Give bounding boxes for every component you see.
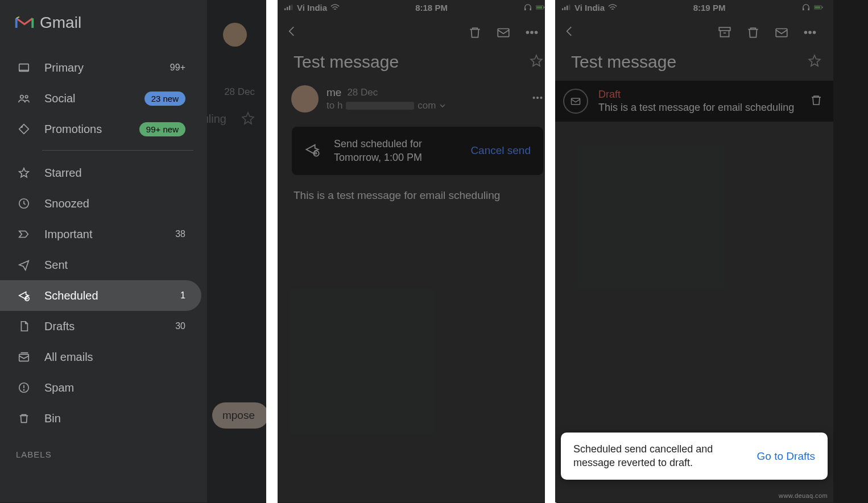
- spam-icon: [17, 381, 31, 394]
- sidebar-item-allmail[interactable]: All emails: [0, 342, 201, 372]
- star-button[interactable]: [807, 53, 822, 70]
- snackbar-text: Scheduled send cancelled and message rev…: [573, 443, 757, 469]
- sender-row: me 28 Dec to h com: [278, 80, 555, 113]
- sidebar-item-spam[interactable]: Spam: [0, 372, 201, 403]
- svg-rect-38: [776, 29, 787, 37]
- go-to-drafts-button[interactable]: Go to Drafts: [757, 450, 815, 463]
- message-more-button[interactable]: [531, 92, 544, 106]
- screenshot-sidebar: 28 Dec uling mpose Gmail: [0, 0, 266, 502]
- trash-icon: [17, 411, 31, 425]
- sidebar-categories: Primary 99+ Social 23 new Promotions 99+…: [0, 48, 207, 465]
- svg-rect-11: [284, 8, 286, 10]
- sidebar-item-drafts[interactable]: Drafts 30: [0, 311, 201, 342]
- sidebar-item-label: Promotions: [44, 123, 139, 136]
- app-name: Gmail: [40, 14, 81, 32]
- draft-preview: This is a test message for email schedul…: [598, 102, 799, 114]
- sidebar-item-label: Scheduled: [44, 289, 180, 302]
- svg-point-23: [535, 31, 538, 34]
- schedule-line1: Send scheduled for: [334, 137, 457, 151]
- screenshot-separator: [545, 0, 556, 503]
- sidebar-item-bin[interactable]: Bin: [0, 403, 201, 434]
- more-menu-button[interactable]: [796, 25, 824, 40]
- back-button[interactable]: [284, 24, 304, 41]
- cancel-send-button[interactable]: Cancel send: [470, 144, 531, 157]
- sent-icon: [17, 258, 31, 272]
- carrier-name: Vi India: [297, 3, 327, 13]
- back-button[interactable]: [562, 24, 581, 41]
- svg-rect-13: [289, 5, 290, 10]
- gmail-logo-icon: [15, 15, 34, 30]
- scheduled-send-icon: [304, 142, 320, 160]
- sidebar-badge: 1: [180, 290, 185, 301]
- schedule-line2: Tomorrow, 1:00 PM: [334, 151, 457, 164]
- promotions-icon: [17, 122, 31, 136]
- svg-point-22: [531, 31, 533, 34]
- primary-icon: [17, 61, 31, 74]
- message-toolbar: [555, 13, 833, 47]
- mark-unread-button[interactable]: [767, 25, 796, 40]
- mark-unread-button[interactable]: [489, 25, 518, 40]
- clock-time: 8:19 PM: [693, 3, 726, 13]
- sidebar-item-label: Starred: [44, 167, 185, 180]
- sidebar-item-label: Important: [44, 228, 175, 241]
- sidebar-item-social[interactable]: Social 23 new: [0, 83, 201, 114]
- screenshot-scheduled-message: Vi India 8:18 PM Test message: [278, 0, 555, 502]
- sidebar-item-snoozed[interactable]: Snoozed: [0, 188, 201, 219]
- star-button[interactable]: [529, 53, 544, 70]
- sidebar-item-label: Bin: [44, 412, 185, 425]
- wifi-icon: [330, 3, 340, 13]
- sidebar-item-label: Drafts: [44, 320, 175, 333]
- sidebar-item-starred[interactable]: Starred: [0, 157, 201, 188]
- subject-row: Test message: [555, 47, 833, 80]
- battery-icon: [814, 3, 823, 13]
- archive-button[interactable]: [710, 25, 739, 40]
- more-menu-button[interactable]: [518, 25, 546, 40]
- message-toolbar: [278, 13, 555, 47]
- svg-rect-15: [524, 8, 526, 10]
- sidebar-item-label: Sent: [44, 259, 185, 272]
- clock-time: 8:18 PM: [415, 3, 448, 13]
- schedule-text: Send scheduled for Tomorrow, 1:00 PM: [334, 137, 457, 165]
- svg-point-24: [533, 97, 535, 98]
- carrier-name: Vi India: [574, 3, 605, 13]
- sender-avatar[interactable]: [291, 85, 319, 113]
- sidebar-item-label: Social: [44, 92, 144, 105]
- labels-section-header: LABELS: [0, 434, 207, 465]
- delete-button[interactable]: [461, 25, 489, 40]
- message-body: This is a test message for email schedul…: [278, 176, 555, 215]
- allmail-icon: [17, 350, 31, 364]
- sidebar-item-promotions[interactable]: Promotions 99+ new: [0, 114, 201, 144]
- svg-rect-36: [815, 6, 820, 9]
- sidebar-item-important[interactable]: Important 38: [0, 219, 201, 250]
- sidebar-item-scheduled[interactable]: Scheduled 1: [0, 280, 201, 311]
- svg-rect-37: [719, 27, 730, 30]
- sidebar-badge: 23 new: [144, 92, 185, 106]
- sidebar-divider: [42, 150, 193, 151]
- svg-rect-20: [498, 29, 509, 37]
- sidebar-item-label: Primary: [44, 61, 170, 74]
- delete-button[interactable]: [739, 25, 767, 40]
- redacted-text: [346, 102, 414, 110]
- sidebar-badge: 99+: [170, 63, 185, 73]
- navigation-drawer: Gmail Primary 99+ Social 23 new: [0, 0, 207, 502]
- svg-rect-14: [291, 5, 292, 10]
- sender-info[interactable]: me 28 Dec to h com: [326, 86, 523, 111]
- draft-row[interactable]: Draft This is a test message for email s…: [555, 81, 833, 122]
- sidebar-item-sent[interactable]: Sent: [0, 250, 201, 280]
- sender-date: 28 Dec: [347, 87, 378, 98]
- star-icon: [17, 166, 31, 180]
- sidebar-item-primary[interactable]: Primary 99+: [0, 52, 201, 83]
- sidebar-badge: 30: [175, 321, 185, 331]
- svg-rect-35: [822, 6, 822, 7]
- svg-point-21: [526, 31, 528, 34]
- svg-rect-31: [569, 5, 570, 10]
- watermark: www.deuaq.com: [779, 492, 828, 499]
- sidebar-badge: 99+ new: [139, 122, 185, 136]
- draft-envelope-icon: [563, 89, 588, 114]
- recipient-suffix: com: [418, 100, 436, 111]
- wifi-icon: [608, 3, 617, 13]
- signal-icon: [562, 3, 571, 13]
- svg-point-41: [813, 31, 816, 34]
- headphone-icon: [801, 3, 811, 13]
- discard-draft-button[interactable]: [809, 93, 823, 109]
